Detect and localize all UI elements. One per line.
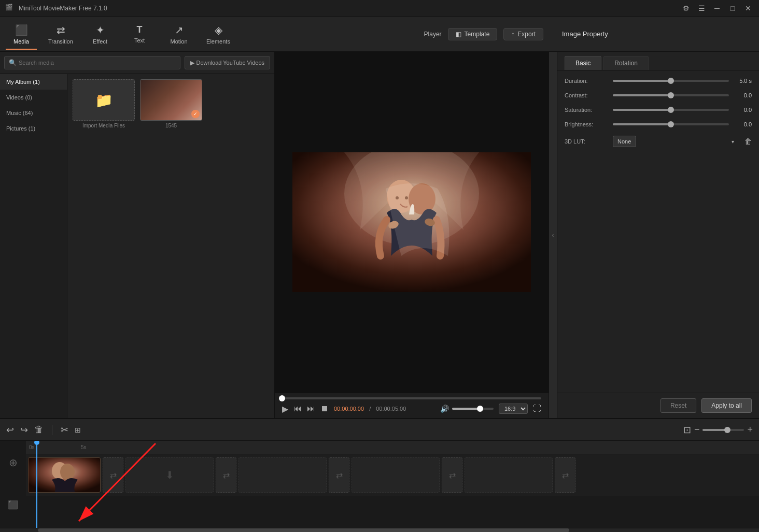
toolbar-item-transition[interactable]: ⇄ Transition [41, 19, 80, 50]
import-media-item[interactable]: 📁 Import Media Files [73, 79, 135, 128]
brightness-slider[interactable] [613, 123, 729, 125]
empty-slot-1[interactable]: ⬇ [125, 457, 214, 493]
aspect-ratio-select[interactable]: 16:9 9:16 1:1 4:3 [499, 404, 528, 414]
progress-handle[interactable] [279, 395, 285, 401]
sidebar-item-my-album[interactable]: My Album (1) [0, 74, 67, 90]
volume-icon[interactable]: 🔊 [440, 405, 449, 413]
template-icon: ◧ [456, 31, 461, 38]
timeline-content: 0s 5s [26, 441, 759, 528]
export-button[interactable]: ↑ Export [503, 28, 543, 40]
import-thumb[interactable]: 📁 [73, 79, 135, 121]
settings-btn[interactable]: ⚙ [680, 3, 692, 14]
toolbar-label-text: Text [134, 37, 145, 44]
time-total: 00:00:05.00 [376, 406, 406, 412]
skip-back-button[interactable]: ⏮ [293, 404, 302, 413]
video-track-icon: ⬛ [8, 500, 18, 510]
timeline-clip[interactable] [28, 457, 101, 493]
volume-control: 🔊 [411, 405, 494, 413]
search-box[interactable]: 🔍 [4, 56, 180, 69]
sidebar-item-music[interactable]: Music (64) [0, 105, 67, 121]
progress-bar[interactable] [282, 397, 541, 399]
right-panel-footer: Reset Apply to all [557, 393, 759, 418]
export-icon: ↑ [511, 31, 514, 38]
transition-slot-4[interactable]: ⇄ [442, 457, 462, 493]
toolbar-item-motion[interactable]: ↗ Motion [160, 19, 198, 50]
transition-slot-3[interactable]: ⇄ [329, 457, 349, 493]
timeline-playhead[interactable] [36, 441, 37, 528]
video-svg [292, 152, 531, 292]
time-separator: / [369, 406, 371, 412]
tab-basic[interactable]: Basic [565, 56, 601, 70]
center-panel: ▶ ⏮ ⏭ ⏹ 00:00:00.00 / 00:00:05.00 🔊 16:9… [275, 52, 549, 418]
undo-button[interactable]: ↩ [6, 424, 14, 436]
add-track-icon[interactable]: ⊕ [9, 456, 18, 469]
search-input[interactable] [19, 60, 176, 66]
duration-slider-handle[interactable] [668, 78, 674, 84]
transition-slot-5[interactable]: ⇄ [555, 457, 575, 493]
saturation-label: Saturation: [565, 107, 609, 113]
toolbar-item-effect[interactable]: ✦ Effect [81, 19, 119, 50]
media-label-1545: 1545 [165, 123, 177, 128]
zoom-fit-button[interactable]: ⊡ [683, 424, 691, 436]
crop-button[interactable]: ⊞ [75, 426, 81, 434]
clip-svg [29, 458, 101, 493]
transition-icon-3: ⇄ [336, 470, 343, 480]
media-thumb-1545[interactable]: ✓ [140, 79, 202, 121]
close-btn[interactable]: ✕ [742, 3, 754, 14]
zoom-in-button[interactable]: + [747, 424, 753, 435]
toolbar-item-elements[interactable]: ◈ Elements [199, 19, 237, 50]
saturation-slider-handle[interactable] [668, 107, 674, 113]
redo-button[interactable]: ↪ [20, 424, 28, 436]
toolbar-label-transition: Transition [48, 38, 73, 45]
tab-rotation[interactable]: Rotation [603, 56, 649, 70]
zoom-slider[interactable] [702, 429, 744, 431]
transition-slot-1[interactable]: ⇄ [103, 457, 123, 493]
menu-btn[interactable]: ☰ [696, 3, 707, 14]
maximize-btn[interactable]: □ [727, 3, 738, 14]
transition-slot-2[interactable]: ⇄ [216, 457, 236, 493]
timeline-scrollbar[interactable] [0, 528, 759, 532]
contrast-slider-handle[interactable] [668, 92, 674, 98]
right-panel-collapse[interactable]: ‹ [549, 52, 557, 418]
timeline-ruler: 0s 5s [26, 441, 759, 454]
cut-button[interactable]: ✂ [61, 424, 68, 436]
toolbar-item-text[interactable]: T Text [120, 19, 159, 50]
contrast-slider[interactable] [613, 94, 729, 96]
zoom-out-button[interactable]: − [694, 424, 700, 435]
timeline-scrollbar-thumb[interactable] [38, 528, 569, 532]
sidebar-item-pictures[interactable]: Pictures (1) [0, 121, 67, 136]
sidebar-item-videos[interactable]: Videos (0) [0, 90, 67, 105]
volume-handle[interactable] [477, 406, 483, 412]
video-track: ⇄ ⬇ ⇄ ⇄ ⇄ [26, 454, 759, 496]
download-youtube-button[interactable]: ▶ Download YouTube Videos [185, 56, 271, 69]
timeline-toolbar: ↩ ↪ 🗑 ✂ ⊞ ⊡ − + [0, 419, 759, 441]
duration-slider[interactable] [613, 80, 729, 82]
download-clip-icon-1: ⬇ [165, 469, 174, 481]
transition-icon-4: ⇄ [449, 470, 456, 480]
audio-track [26, 496, 759, 522]
brightness-slider-handle[interactable] [668, 121, 674, 127]
skip-forward-button[interactable]: ⏭ [307, 404, 315, 413]
zoom-handle[interactable] [724, 427, 730, 433]
empty-slot-4[interactable] [465, 457, 553, 493]
apply-to-all-button[interactable]: Apply to all [701, 398, 752, 413]
toolbar-item-media[interactable]: ⬛ Media [2, 19, 40, 50]
media-item-1545[interactable]: ✓ 1545 [140, 79, 202, 128]
lut-delete-button[interactable]: 🗑 [744, 137, 752, 146]
brightness-label: Brightness: [565, 121, 609, 127]
lut-select[interactable]: None [613, 136, 636, 147]
saturation-slider[interactable] [613, 109, 729, 111]
media-panel-header: 🔍 ▶ Download YouTube Videos [0, 52, 274, 74]
media-grid: 📁 Import Media Files ✓ 1545 [67, 74, 274, 418]
volume-slider[interactable] [452, 408, 494, 410]
minimize-btn[interactable]: ─ [711, 3, 723, 14]
search-icon: 🔍 [9, 59, 17, 66]
stop-button[interactable]: ⏹ [320, 404, 329, 413]
delete-button[interactable]: 🗑 [34, 424, 44, 435]
fullscreen-button[interactable]: ⛶ [533, 404, 541, 413]
empty-slot-3[interactable] [352, 457, 440, 493]
play-button[interactable]: ▶ [282, 404, 288, 414]
empty-slot-2[interactable] [238, 457, 327, 493]
reset-button[interactable]: Reset [660, 398, 696, 413]
template-button[interactable]: ◧ Template [448, 28, 498, 40]
